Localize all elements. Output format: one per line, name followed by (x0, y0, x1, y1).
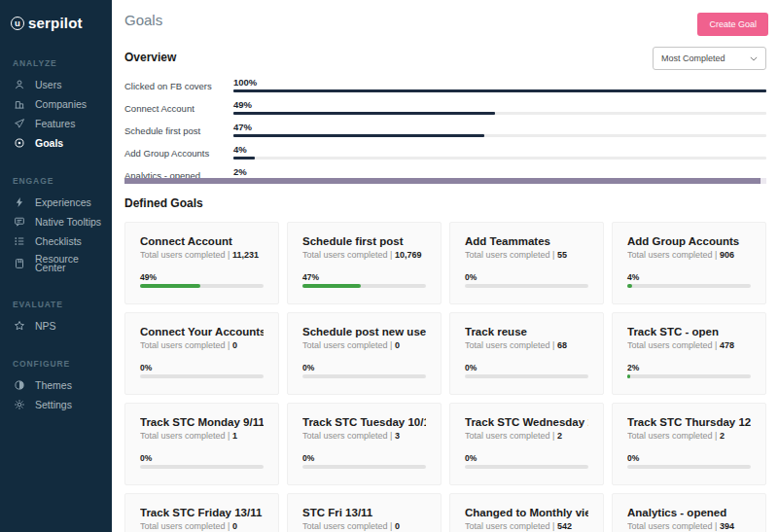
sidebar-item-label: Companies (35, 100, 87, 109)
goal-card[interactable]: Track STC Friday 13/11 useTotal users co… (124, 493, 279, 532)
goal-card[interactable]: Analytics - openedTotal users completed … (612, 493, 766, 532)
goal-card[interactable]: Track STC Monday 9/11 useTotal users com… (124, 403, 279, 485)
card-title: Add Teammates (465, 235, 588, 247)
goal-label: Connect Account (124, 103, 194, 114)
sidebar: u serpilot ANALYZEUsersCompaniesFeatures… (0, 0, 112, 532)
goal-card[interactable]: Schedule post new usersTotal users compl… (287, 312, 442, 395)
card-progress-track (140, 465, 264, 469)
card-completed-value: 68 (557, 340, 567, 350)
sidebar-item-users[interactable]: Users (0, 75, 112, 94)
goal-bar-fill (233, 112, 495, 115)
card-progress-track (140, 374, 264, 378)
card-completed-value: 10,769 (395, 250, 422, 260)
card-subtitle: Total users completed | 0 (302, 340, 426, 350)
card-completed-value: 3 (395, 431, 400, 441)
card-subtitle: Total users completed | 906 (627, 250, 751, 260)
create-goal-button[interactable]: Create Goal (697, 13, 768, 36)
sidebar-section: EVALUATENPS (0, 300, 112, 336)
sidebar-item-companies[interactable]: Companies (0, 94, 112, 114)
card-subtitle-prefix: Total users completed | (627, 250, 720, 260)
sidebar-section: CONFIGUREThemesSettings (0, 359, 112, 414)
card-percent: 0% (302, 453, 426, 463)
sidebar-item-label: Users (35, 81, 61, 89)
goal-card[interactable]: Connect Your Accounts Ne...Total users c… (124, 312, 279, 395)
card-completed-value: 11,231 (232, 250, 259, 260)
card-percent: 47% (302, 272, 426, 282)
sidebar-item-settings[interactable]: Settings (0, 395, 112, 414)
card-subtitle-prefix: Total users completed | (140, 431, 232, 441)
card-title: Track reuse (465, 326, 588, 337)
lightning-icon (14, 196, 25, 208)
card-title: Connect Account (140, 235, 264, 247)
sidebar-item-goals[interactable]: Goals (0, 133, 112, 153)
sidebar-item-themes[interactable]: Themes (0, 375, 112, 395)
card-subtitle: Total users completed | 0 (140, 340, 264, 350)
card-subtitle-prefix: Total users completed | (140, 521, 232, 531)
goal-card[interactable]: Track reuseTotal users completed | 680% (449, 312, 604, 395)
theme-icon (14, 379, 25, 391)
card-title: Track STC Wednesday 11/1... (465, 416, 588, 428)
card-progress-fill (302, 284, 361, 288)
target-icon (14, 137, 25, 149)
overview-heading: Overview (124, 51, 176, 64)
card-subtitle: Total users completed | 68 (465, 340, 588, 350)
goal-bar-area: 49% (233, 98, 766, 115)
card-subtitle-prefix: Total users completed | (627, 521, 720, 531)
sidebar-item-checklists[interactable]: Checklists (0, 231, 112, 251)
goal-card[interactable]: Track STC Wednesday 11/1...Total users c… (449, 403, 604, 485)
card-percent: 0% (140, 453, 264, 463)
sort-dropdown[interactable]: Most Completed (653, 47, 766, 70)
sidebar-item-native-tooltips[interactable]: Native Tooltips (0, 212, 112, 231)
card-title: Analytics - opened (627, 507, 751, 518)
card-title: Track STC Friday 13/11 use (140, 507, 264, 518)
sidebar-item-resource-center[interactable]: Resource Center (0, 251, 112, 276)
card-subtitle: Total users completed | 10,769 (302, 250, 426, 260)
goal-bar-area: 47% (233, 121, 766, 137)
goal-bar-track (233, 112, 766, 115)
chevron-down-icon (750, 56, 758, 61)
sidebar-item-label: NPS (35, 322, 56, 331)
card-completed-value: 2 (720, 431, 725, 441)
scrollbar-thumb[interactable] (124, 178, 760, 184)
chart-row: Add Group Accounts4% (124, 143, 766, 165)
gear-icon (14, 399, 25, 410)
goal-card[interactable]: Track STC Tuesday 10/11 useTotal users c… (287, 403, 442, 485)
sidebar-item-features[interactable]: Features (0, 114, 112, 133)
goal-card[interactable]: Add TeammatesTotal users completed | 550… (449, 222, 604, 304)
goal-bar-track (233, 89, 766, 92)
card-progress-track (627, 465, 751, 469)
card-percent: 0% (627, 453, 751, 463)
sort-dropdown-value: Most Completed (661, 53, 725, 63)
card-progress-track (302, 465, 426, 469)
page-title: Goals (124, 12, 162, 28)
goal-bar-track (233, 157, 766, 160)
card-title: Track STC Monday 9/11 use (140, 416, 264, 428)
goal-card[interactable]: Changed to Monthly viewTotal users compl… (449, 493, 604, 532)
goal-card[interactable]: Schedule first postTotal users completed… (287, 222, 442, 304)
sidebar-item-label: Experiences (35, 198, 91, 207)
card-title: Connect Your Accounts Ne... (140, 326, 264, 337)
goal-bar-area: 100% (233, 76, 766, 92)
sidebar-item-label: Settings (35, 401, 72, 409)
sidebar-nav: ANALYZEUsersCompaniesFeaturesGoalsENGAGE… (0, 58, 112, 414)
userpilot-logo[interactable]: u serpilot (0, 0, 112, 31)
goal-card[interactable]: STC Fri 13/11Total users completed | 0 (287, 493, 442, 532)
goal-card[interactable]: Add Group AccountsTotal users completed … (612, 222, 766, 304)
card-completed-value: 0 (232, 521, 237, 531)
card-completed-value: 394 (720, 521, 734, 531)
card-percent: 0% (465, 272, 588, 282)
card-progress-fill (140, 284, 200, 288)
card-title: STC Fri 13/11 (302, 507, 426, 518)
goal-label: Clicked on FB covers (124, 81, 212, 91)
sidebar-section-label: CONFIGURE (0, 359, 112, 375)
goal-card[interactable]: Connect AccountTotal users completed | 1… (124, 222, 279, 304)
sidebar-item-nps[interactable]: NPS (0, 316, 112, 336)
goal-card[interactable]: Track STC - openTotal users completed | … (612, 312, 766, 395)
card-subtitle: Total users completed | 542 (465, 521, 588, 531)
sidebar-item-label: Goals (35, 139, 63, 148)
card-subtitle: Total users completed | 3 (302, 431, 426, 441)
goal-card[interactable]: Track STC Thursday 12/11 ...Total users … (612, 403, 766, 485)
sidebar-item-experiences[interactable]: Experiences (0, 193, 112, 212)
chart-row: Schedule first post47% (124, 121, 766, 143)
overview-chart: Clicked on FB covers100%Connect Account4… (124, 76, 766, 188)
